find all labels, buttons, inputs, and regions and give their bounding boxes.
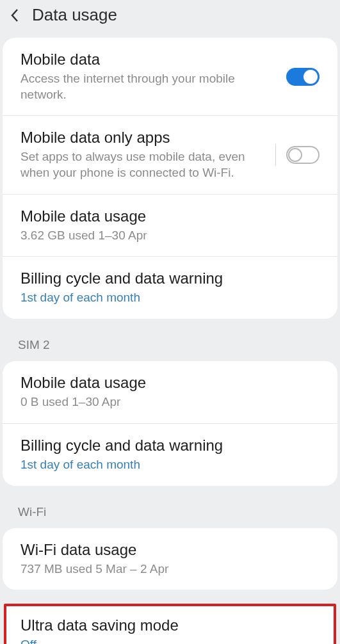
divider	[275, 144, 276, 166]
usage-title: Mobile data usage	[20, 207, 312, 225]
row-mobile-data[interactable]: Mobile data Access the internet through …	[3, 38, 337, 115]
wifi-usage-title: Wi-Fi data usage	[20, 541, 312, 559]
only-apps-toggle[interactable]	[286, 146, 320, 164]
only-apps-title: Mobile data only apps	[20, 129, 268, 147]
sim2-billing-title: Billing cycle and data warning	[20, 437, 312, 455]
row-sim2-billing[interactable]: Billing cycle and data warning 1st day o…	[3, 423, 337, 486]
row-sim2-usage[interactable]: Mobile data usage 0 B used 1–30 Apr	[3, 361, 337, 423]
section-label-wifi: Wi-Fi	[0, 487, 340, 527]
card-sim2: Mobile data usage 0 B used 1–30 Apr Bill…	[3, 361, 337, 485]
page-header: Data usage	[0, 0, 340, 36]
row-mobile-data-usage[interactable]: Mobile data usage 3.62 GB used 1–30 Apr	[3, 194, 337, 257]
ultra-sub: Off	[20, 637, 312, 644]
row-wifi-usage[interactable]: Wi-Fi data usage 737 MB used 5 Mar – 2 A…	[3, 528, 337, 590]
wifi-usage-sub: 737 MB used 5 Mar – 2 Apr	[20, 561, 312, 577]
card-wifi: Wi-Fi data usage 737 MB used 5 Mar – 2 A…	[3, 528, 337, 590]
sim2-billing-sub: 1st day of each month	[20, 457, 312, 473]
usage-sub: 3.62 GB used 1–30 Apr	[20, 228, 312, 244]
sim2-usage-sub: 0 B used 1–30 Apr	[20, 394, 312, 410]
highlight-ultra-data-saving: Ultra data saving mode Off	[4, 604, 336, 644]
card-sim1: Mobile data Access the internet through …	[3, 38, 337, 319]
ultra-title: Ultra data saving mode	[20, 616, 312, 634]
billing-sub: 1st day of each month	[20, 290, 312, 306]
back-icon[interactable]	[9, 6, 20, 24]
mobile-data-sub: Access the internet through your mobile …	[20, 71, 279, 102]
sim2-usage-title: Mobile data usage	[20, 374, 312, 392]
section-label-sim2: SIM 2	[0, 320, 340, 360]
page-title: Data usage	[32, 5, 117, 25]
row-ultra-data-saving[interactable]: Ultra data saving mode Off	[6, 606, 334, 644]
mobile-data-toggle[interactable]	[286, 68, 320, 86]
billing-title: Billing cycle and data warning	[20, 270, 312, 287]
mobile-data-title: Mobile data	[20, 51, 279, 68]
only-apps-sub: Set apps to always use mobile data, even…	[20, 149, 268, 181]
row-billing-cycle[interactable]: Billing cycle and data warning 1st day o…	[3, 256, 337, 319]
row-mobile-data-only-apps[interactable]: Mobile data only apps Set apps to always…	[3, 115, 337, 193]
